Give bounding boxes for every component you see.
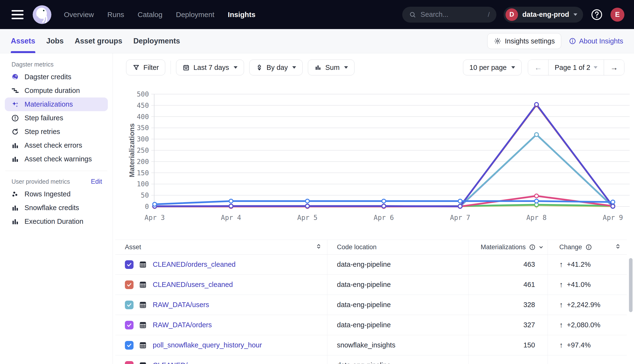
main-content: Filter Last 7 days By day [113,53,634,364]
filter-button[interactable]: Filter [126,60,165,76]
sidebar-item-label: Dagster credits [24,73,71,81]
about-insights-link[interactable]: About Insights [569,37,623,45]
date-range-dropdown[interactable]: Last 7 days [176,60,244,76]
tab-asset-groups[interactable]: Asset groups [75,29,122,53]
table-asset-icon [139,281,147,289]
retry-icon [11,128,19,136]
svg-text:350: 350 [137,124,149,132]
aggregation-dropdown[interactable]: Sum [308,60,354,76]
sidebar-item-label: Execution Duration [24,218,83,226]
info-icon[interactable] [586,244,592,250]
series-checkbox[interactable] [125,300,134,309]
sidebar-item-rows-ingested[interactable]: Rows Ingested [5,187,108,201]
vertical-scrollbar[interactable] [629,258,632,312]
bar-chart-icon [314,64,322,71]
asset-link[interactable]: CLEANED/orders_cleaned [153,260,236,268]
tab-assets[interactable]: Assets [11,29,35,53]
asset-link[interactable]: RAW_DATA/orders [153,321,212,329]
dagster-metrics-list: Dagster creditsCompute durationMateriali… [0,70,113,166]
nav-link-insights[interactable]: Insights [228,10,256,19]
sort-toggle-icon[interactable] [615,243,621,251]
svg-text:200: 200 [137,158,149,166]
next-page-button[interactable]: → [604,60,624,75]
per-page-dropdown[interactable]: 10 per page [463,60,522,76]
user-avatar[interactable]: E [610,8,624,22]
column-header-materializations: Materializations [480,244,526,251]
arrow-up-icon: ↑ [559,321,563,330]
change-value: ↑+41.0% [559,280,591,289]
arrow-up-icon: ↑ [559,280,563,289]
svg-text:150: 150 [137,169,149,177]
asset-link[interactable]: poll_snowflake_query_history_hour [153,341,262,349]
arrow-left-icon: ← [534,63,542,72]
table-row: CLEANED/orders_cleaneddata-eng-pipeline4… [115,254,627,275]
hamburger-menu-icon[interactable] [12,10,24,19]
deployment-badge: D [506,8,518,21]
svg-text:Apr 4: Apr 4 [221,214,241,222]
change-value: ↑+41.2% [559,260,591,269]
sidebar-item-materializations[interactable]: Materializations [5,98,108,111]
bar-chart-icon [11,204,19,212]
series-checkbox[interactable] [125,280,134,289]
search-input[interactable]: Search... / [402,7,496,22]
table-asset-icon [139,341,147,349]
sidebar-divider [5,171,107,171]
materializations-count: 328 [524,301,535,309]
code-location: data-eng-pipeline [337,281,391,288]
nav-link-runs[interactable]: Runs [107,10,124,19]
deployment-selector[interactable]: D data-eng-prod [504,7,583,22]
change-value: ↑+97.4% [559,341,591,350]
sidebar-item-asset-check-warnings[interactable]: Asset check warnings [5,152,108,166]
svg-text:Materializations: Materializations [128,123,136,177]
sidebar-item-snowflake-credits[interactable]: Snowflake credits [5,201,108,215]
materializations-count: 463 [524,260,535,268]
change-value: ↑+2,080.0% [559,321,600,330]
layers-icon [256,64,263,71]
octopus-icon [11,73,19,81]
chart-toolbar: Filter Last 7 days By day [126,60,624,76]
bar-chart-icon [11,142,19,150]
series-checkbox[interactable] [125,321,134,330]
nav-link-overview[interactable]: Overview [64,10,94,19]
arrow-up-icon: ↑ [559,260,563,269]
sidebar-item-compute-duration[interactable]: Compute duration [5,84,108,98]
materializations-count: 461 [524,281,535,288]
sidebar-item-dagster-credits[interactable]: Dagster credits [5,70,108,84]
series-checkbox[interactable] [125,260,134,269]
svg-text:400: 400 [137,113,149,121]
granularity-dropdown[interactable]: By day [249,60,303,76]
sidebar-item-asset-check-errors[interactable]: Asset check errors [5,138,108,152]
table-asset-icon [139,260,147,269]
sort-desc-icon[interactable] [538,244,544,250]
search-placeholder: Search... [420,10,448,18]
series-checkbox[interactable] [125,341,134,350]
edit-metrics-link[interactable]: Edit [91,178,102,185]
prev-page-button[interactable]: ← [528,60,548,75]
info-icon[interactable] [529,244,536,250]
sort-toggle-icon[interactable] [316,243,322,251]
gear-icon [494,37,502,45]
sidebar-item-execution-duration[interactable]: Execution Duration [5,215,108,228]
help-icon[interactable] [590,8,603,21]
tab-deployments[interactable]: Deployments [133,29,180,53]
nav-link-deployment[interactable]: Deployment [176,10,214,19]
sidebar-item-step-retries[interactable]: Step retries [5,125,108,138]
asset-link[interactable]: CLEANED/users_cleaned [153,281,233,288]
deployment-name: data-eng-prod [522,10,569,18]
sidebar-item-label: Asset check warnings [24,155,92,163]
svg-text:Apr 7: Apr 7 [450,214,470,222]
user-metrics-list: Rows IngestedSnowflake creditsExecution … [0,187,113,228]
nav-link-catalog[interactable]: Catalog [138,10,162,19]
sidebar-item-step-failures[interactable]: Step failures [5,111,108,125]
dagster-logo[interactable] [33,5,52,24]
page-dropdown[interactable]: Page 1 of 2 [548,60,604,75]
insights-settings-button[interactable]: Insights settings [487,33,561,49]
tab-jobs[interactable]: Jobs [46,29,64,53]
asset-link[interactable]: CLEANED/ [153,361,188,364]
steps-icon [11,87,19,95]
sidebar-item-label: Asset check errors [24,142,82,149]
series-checkbox[interactable] [125,361,134,364]
asset-link[interactable]: RAW_DATA/users [153,301,209,309]
arrow-right-icon: → [610,63,618,72]
materializations-line-chart: 050100150200250300350400450500Apr 3Apr 4… [127,88,634,228]
